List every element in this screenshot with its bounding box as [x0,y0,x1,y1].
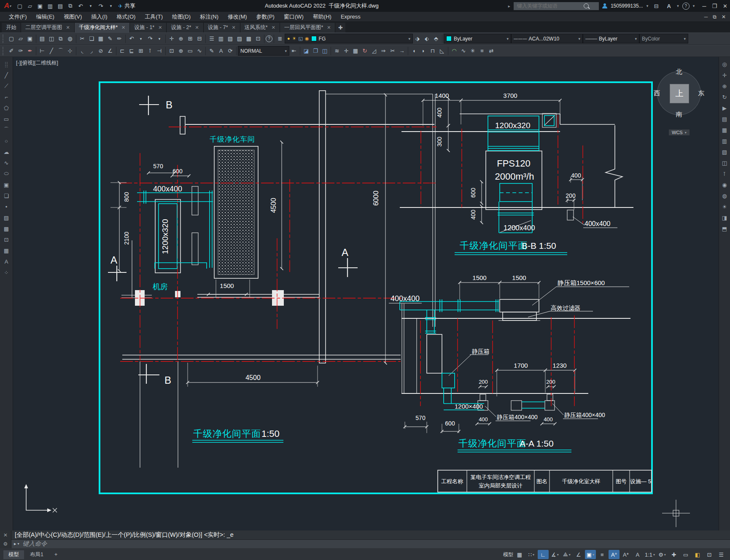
arc-icon[interactable]: ⌒ [2,126,11,134]
publish-icon[interactable]: ⧉ [56,34,65,43]
undo-dropdown-icon[interactable]: ▾ [136,34,145,43]
dim-override-icon[interactable]: ✒ [25,46,35,56]
tab-drawing-active[interactable]: 千级净化间大样*✕ [75,23,130,32]
menu-window[interactable]: 窗口(W) [279,12,308,22]
menu-modify[interactable]: 修改(M) [223,12,252,22]
full-nav-wheel-icon[interactable]: ◎ [720,60,729,68]
save-icon[interactable]: ▣ [35,1,45,11]
inspection-icon[interactable]: ▭ [186,46,195,56]
menu-draw[interactable]: 绘图(D) [167,12,195,22]
layer-dropdown[interactable]: ● ☀ ◱ ◉ FG ▾ [285,34,413,43]
redo-icon[interactable]: ↷ [145,34,155,43]
copy-icon[interactable]: ❐ [311,46,320,56]
properties-palette-icon[interactable]: ☰ [207,34,216,43]
close-button[interactable]: ✕ [723,3,727,9]
qnew-icon[interactable]: ▢ [15,1,24,11]
tab-drawing-1[interactable]: 二层空调平面图✕ [21,23,75,32]
tab-drawing-5[interactable]: 设施 - 7*✕ [204,23,240,32]
zoom-window-icon[interactable]: ⊞ [186,34,195,43]
wcs-dropdown[interactable]: WCS▾ [669,129,690,135]
open-icon[interactable]: ▱ [25,1,35,11]
hatch-icon[interactable]: ▨ [2,214,11,221]
camera-icon[interactable]: ◉ [720,181,729,188]
help-icon[interactable]: ? [682,3,690,10]
revision-cloud-icon[interactable]: ☁ [2,148,11,156]
isolate-objects-icon[interactable]: ▭ [680,550,691,559]
menu-view[interactable]: 视图(V) [59,12,86,22]
trim-icon[interactable]: ✂ [388,46,397,56]
point-icon[interactable]: • [2,203,11,210]
tolerance-icon[interactable]: ⊡ [167,46,176,56]
chamfer-icon[interactable]: ◺ [437,46,447,56]
user-id[interactable]: 1505999135... [611,3,643,9]
ordinate-dimension-icon[interactable]: ⊹ [65,46,75,56]
blend-icon[interactable]: ∿ [459,46,468,56]
tab-close-icon[interactable]: ✕ [272,25,275,30]
layer-previous-icon[interactable]: ⬗ [413,34,422,43]
scale-icon[interactable]: ◿ [369,46,379,56]
layer-states-icon[interactable]: ⬖ [422,34,431,43]
viewcube[interactable]: 北 南 西 东 上 [655,69,703,118]
search-input[interactable] [516,3,581,9]
rotate-icon[interactable]: ↻ [360,46,369,56]
lineweight-display-icon[interactable]: ≡ [597,550,608,559]
grid-panel-icon[interactable]: ▦ [720,126,729,134]
quick-dimension-icon[interactable]: ⊏ [118,46,127,56]
break-point-icon[interactable]: ◖ [409,46,419,56]
angular-dimension-icon[interactable]: ∠ [105,46,115,56]
zoom-previous-icon[interactable]: ⊟ [195,34,204,43]
tab-drawing-7[interactable]: 一层回风平面图*✕ [280,23,336,32]
sheet-set-manager-icon[interactable]: ▨ [235,34,244,43]
dim-style-dropdown[interactable]: NORMAL ▾ [238,46,289,56]
layer-isolate-icon[interactable]: ⬘ [431,34,441,43]
dimension-break-icon[interactable]: ⊣ [155,46,164,56]
construction-line-icon[interactable]: ⟋ [2,82,11,90]
menu-format[interactable]: 格式(O) [112,12,140,22]
ellipse-icon[interactable]: ⬭ [2,170,11,178]
dim-style-apply-icon[interactable]: ⇤ [289,46,299,56]
user-avatar-icon[interactable] [602,3,607,8]
tab-close-icon[interactable]: ✕ [158,25,162,30]
minimize-button[interactable]: ─ [702,3,706,9]
block-editor-icon[interactable]: ✏ [115,34,124,43]
split-icon[interactable]: ◫ [720,159,729,167]
tab-start[interactable]: 开始 [2,23,21,32]
move-icon[interactable]: ✛ [342,46,351,56]
batch-plot-icon[interactable]: ⧉ [66,1,75,11]
command-input-placeholder[interactable]: 键入命令 [23,540,47,548]
lineweight-dropdown[interactable]: ——— ByLayer ▾ [583,34,639,43]
menu-help[interactable]: 帮助(H) [308,12,336,22]
command-close-icon[interactable]: ✕ [3,532,8,538]
radius-dimension-icon[interactable]: ◟ [78,46,87,56]
doc-close-button[interactable]: ✕ [722,14,726,20]
color-dropdown[interactable]: ByLayer ▾ [444,34,511,43]
quickcalc-icon[interactable]: ⊡ [253,34,263,43]
region-icon[interactable]: ⊡ [2,236,11,243]
new-tab-button[interactable]: ✚ [335,23,345,32]
layer-on-bulb-icon[interactable]: ● [287,36,290,41]
menu-express[interactable]: Express [336,12,365,22]
markup-set-manager-icon[interactable]: ▩ [244,34,253,43]
section-icon[interactable]: ◨ [720,214,729,221]
annotation-scale-value[interactable]: 1:1▾ [644,550,656,559]
center-mark-icon[interactable]: ⊕ [176,46,186,56]
viewcube-top-face[interactable]: 上 [670,84,689,103]
jogged-dimension-icon[interactable]: ◞ [87,46,96,56]
list-panel-icon[interactable]: ▥ [720,137,729,145]
tab-close-icon[interactable]: ✕ [121,25,125,30]
linetype-dropdown[interactable]: — — — ACA...02W10 ▾ [511,34,583,43]
layer-thaw-sun-icon[interactable]: ☀ [292,36,296,41]
layer-viewport-freeze-icon[interactable]: ◱ [299,36,303,41]
table-icon[interactable]: ▦ [2,247,11,254]
menu-insert[interactable]: 插入(I) [86,12,112,22]
aligned-dimension-icon[interactable]: ╱ [47,46,56,56]
save-as-icon[interactable]: ▥ [46,1,55,11]
help-icon[interactable]: ? [266,35,272,42]
polyline-icon[interactable]: ⌐ [2,93,11,101]
explode-icon[interactable]: ✳ [468,46,477,56]
zoom-realtime-icon[interactable]: ⊕ [176,34,186,43]
redo-dropdown-icon[interactable]: ▾ [155,34,164,43]
pan-hand-icon[interactable]: ✛ [720,71,729,79]
plot-icon[interactable]: ▤ [56,1,65,11]
sun-icon[interactable]: ☀ [720,203,729,210]
